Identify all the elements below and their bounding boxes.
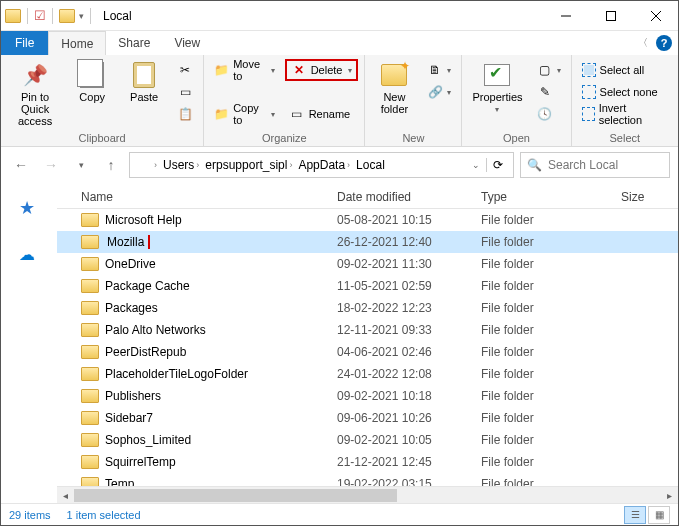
pin-to-quick-access-button[interactable]: Pin to Quick access	[7, 59, 63, 129]
item-type: File folder	[481, 411, 621, 425]
table-row[interactable]: Temp19-02-2022 03:15File folder	[57, 473, 678, 486]
table-row[interactable]: Palo Alto Networks12-11-2021 09:33File f…	[57, 319, 678, 341]
rows-container[interactable]: Microsoft Help05-08-2021 10:15File folde…	[57, 209, 678, 486]
qat-dropdown-icon[interactable]: ▾	[79, 11, 84, 21]
folder-icon	[81, 367, 99, 381]
properties-button[interactable]: Properties ▾	[468, 59, 526, 116]
new-folder-button[interactable]: New folder	[371, 59, 417, 117]
qat-properties-icon[interactable]: ☑	[34, 8, 46, 23]
table-row[interactable]: Publishers09-02-2021 10:18File folder	[57, 385, 678, 407]
delete-icon: ✕	[291, 62, 307, 78]
table-row[interactable]: Packages18-02-2022 12:23File folder	[57, 297, 678, 319]
item-date: 05-08-2021 10:15	[337, 213, 481, 227]
folder-icon	[81, 301, 99, 315]
column-name[interactable]: Name	[81, 190, 337, 204]
column-headers[interactable]: Name Date modified Type Size	[57, 185, 678, 209]
tab-share[interactable]: Share	[106, 31, 162, 55]
tab-home[interactable]: Home	[48, 31, 106, 55]
help-icon[interactable]: ?	[656, 35, 672, 51]
table-row[interactable]: Sophos_Limited09-02-2021 10:05File folde…	[57, 429, 678, 451]
address-folder-icon	[134, 158, 150, 172]
crumb-appdata[interactable]: AppData ›	[296, 158, 352, 172]
paste-shortcut-button[interactable]: 📋	[173, 103, 197, 125]
qat-newfolder-icon[interactable]	[59, 9, 75, 23]
rename-button[interactable]: ▭Rename	[285, 103, 359, 125]
scroll-left-icon[interactable]: ◂	[57, 490, 74, 501]
move-to-button[interactable]: 📁Move to▾	[210, 59, 278, 81]
tab-file[interactable]: File	[1, 31, 48, 55]
nav-up-button[interactable]: ↑	[99, 153, 123, 177]
item-name: Package Cache	[105, 279, 337, 293]
item-date: 09-02-2021 11:30	[337, 257, 481, 271]
item-type: File folder	[481, 345, 621, 359]
view-details-button[interactable]: ☰	[624, 506, 646, 524]
search-input[interactable]: 🔍 Search Local	[520, 152, 670, 178]
easy-access-button[interactable]: 🔗▾	[423, 81, 455, 103]
select-none-icon	[582, 85, 596, 99]
nav-quick-access[interactable]: ★	[1, 195, 57, 221]
folder-icon	[81, 455, 99, 469]
history-button[interactable]: 🕓	[533, 103, 565, 125]
column-size[interactable]: Size	[621, 190, 678, 204]
table-row[interactable]: Sidebar709-06-2021 10:26File folder	[57, 407, 678, 429]
folder-icon	[81, 279, 99, 293]
table-row[interactable]: SquirrelTemp21-12-2021 12:45File folder	[57, 451, 678, 473]
minimize-button[interactable]	[543, 1, 588, 30]
folder-icon	[81, 257, 99, 271]
address-dropdown-icon[interactable]: ⌄	[468, 160, 484, 170]
copy-to-button[interactable]: 📁Copy to▾	[210, 103, 278, 125]
table-row[interactable]: Package Cache11-05-2021 02:59File folder	[57, 275, 678, 297]
copy-button[interactable]: Copy	[69, 59, 115, 105]
address-bar[interactable]: › Users › erpsupport_sipl › AppData › Lo…	[129, 152, 514, 178]
ribbon: Pin to Quick access Copy Paste ✂ ▭ 📋 Cli…	[1, 55, 678, 147]
item-type: File folder	[481, 367, 621, 381]
collapse-ribbon-icon[interactable]: 〈	[638, 36, 648, 50]
new-item-button[interactable]: 🗎▾	[423, 59, 455, 81]
column-date[interactable]: Date modified	[337, 190, 481, 204]
edit-button[interactable]: ✎	[533, 81, 565, 103]
close-button[interactable]	[633, 1, 678, 30]
table-row[interactable]: PlaceholderTileLogoFolder24-01-2022 12:0…	[57, 363, 678, 385]
table-row[interactable]: OneDrive09-02-2021 11:30File folder	[57, 253, 678, 275]
new-item-icon: 🗎	[427, 62, 443, 78]
folder-icon	[81, 433, 99, 447]
item-type: File folder	[481, 213, 621, 227]
nav-onedrive[interactable]: ☁	[1, 241, 57, 267]
window-title: Local	[103, 9, 132, 23]
item-name: Sidebar7	[105, 411, 337, 425]
invert-selection-button[interactable]: Invert selection	[578, 103, 672, 125]
scroll-right-icon[interactable]: ▸	[661, 490, 678, 501]
view-large-icons-button[interactable]: ▦	[648, 506, 670, 524]
maximize-button[interactable]	[588, 1, 633, 30]
crumb-user[interactable]: erpsupport_sipl ›	[203, 158, 294, 172]
item-name: Microsoft Help	[105, 213, 337, 227]
nav-back-button[interactable]: ←	[9, 153, 33, 177]
paste-button[interactable]: Paste	[121, 59, 167, 105]
file-list: Name Date modified Type Size Microsoft H…	[57, 185, 678, 503]
svg-rect-1	[606, 11, 615, 20]
horizontal-scrollbar[interactable]: ◂ ▸	[57, 486, 678, 503]
tab-view[interactable]: View	[162, 31, 212, 55]
copy-path-button[interactable]: ▭	[173, 81, 197, 103]
nav-recent-button[interactable]: ▾	[69, 153, 93, 177]
navigation-pane[interactable]: ★ ☁	[1, 185, 57, 503]
table-row[interactable]: PeerDistRepub04-06-2021 02:46File folder	[57, 341, 678, 363]
nav-forward-button[interactable]: →	[39, 153, 63, 177]
delete-button[interactable]: ✕Delete▾	[285, 59, 359, 81]
select-none-button[interactable]: Select none	[578, 81, 672, 103]
item-name: Temp	[105, 477, 337, 486]
table-row[interactable]: Microsoft Help05-08-2021 10:15File folde…	[57, 209, 678, 231]
item-name: OneDrive	[105, 257, 337, 271]
easy-access-icon: 🔗	[427, 84, 443, 100]
table-row[interactable]: Mozilla26-12-2021 12:40File folder	[57, 231, 678, 253]
item-type: File folder	[481, 323, 621, 337]
item-date: 09-06-2021 10:26	[337, 411, 481, 425]
refresh-button[interactable]: ⟳	[486, 158, 509, 172]
scroll-thumb[interactable]	[74, 489, 397, 502]
open-button[interactable]: ▢▾	[533, 59, 565, 81]
crumb-users[interactable]: Users ›	[161, 158, 201, 172]
crumb-local[interactable]: Local	[354, 158, 387, 172]
select-all-button[interactable]: Select all	[578, 59, 672, 81]
column-type[interactable]: Type	[481, 190, 621, 204]
cut-button[interactable]: ✂	[173, 59, 197, 81]
